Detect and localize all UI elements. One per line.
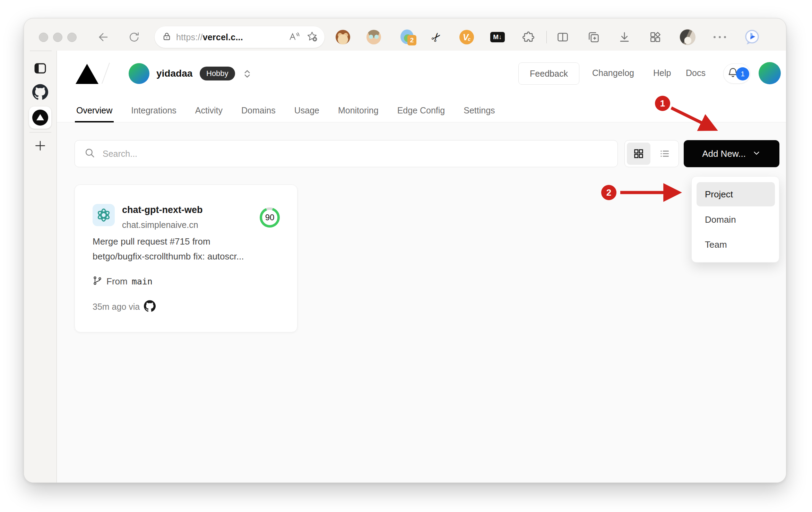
dashboard-header: yidadaa Hobby Feedback Changelog Help Do… xyxy=(57,51,786,122)
browser-sidebar xyxy=(24,51,57,483)
branch-row: From main xyxy=(93,276,153,287)
browser-window: https://vercel.c... 2 ✂ xyxy=(24,18,786,483)
dropdown-item-domain[interactable]: Domain xyxy=(697,211,775,228)
github-pinned-site-icon[interactable] xyxy=(32,84,49,100)
refresh-icon[interactable] xyxy=(126,29,142,45)
team-switcher-icon[interactable] xyxy=(242,69,252,80)
annotation-step-1: 1 xyxy=(655,96,670,111)
url-text: https://vercel.c... xyxy=(176,32,288,42)
scissors-extension-icon[interactable]: ✂ xyxy=(428,29,444,45)
lighthouse-score-value: 90 xyxy=(260,207,280,228)
grid-view-button[interactable] xyxy=(627,143,650,165)
team-avatar[interactable] xyxy=(129,63,149,84)
search-icon xyxy=(84,147,96,160)
split-screen-icon[interactable] xyxy=(554,29,571,45)
tab-domains[interactable]: Domains xyxy=(241,99,276,122)
monkey-extension-icon[interactable] xyxy=(335,29,351,45)
deploy-meta-row: 35m ago via xyxy=(93,300,156,313)
bing-chat-icon[interactable] xyxy=(744,29,760,45)
dashboard-tabs: Overview Integrations Activity Domains U… xyxy=(76,99,495,122)
sidebar-divider-mid xyxy=(29,132,51,133)
list-view-button[interactable] xyxy=(653,143,676,165)
dropdown-item-project[interactable]: Project xyxy=(697,182,775,206)
screenshot-canvas: https://vercel.c... 2 ✂ xyxy=(0,0,812,512)
search-input[interactable] xyxy=(103,149,608,159)
add-favorite-icon[interactable] xyxy=(306,31,318,43)
collections-icon[interactable] xyxy=(585,29,602,45)
tab-activity[interactable]: Activity xyxy=(195,99,223,122)
view-toggle xyxy=(624,140,679,167)
markdown-extension-icon[interactable]: M↓ xyxy=(489,29,506,45)
projects-section: Add New... Project Domain Team chat-gpt-… xyxy=(57,122,786,483)
chevron-down-icon xyxy=(752,148,761,159)
vercel-dashboard: yidadaa Hobby Feedback Changelog Help Do… xyxy=(57,51,786,483)
new-tab-plus-icon[interactable] xyxy=(32,137,49,154)
more-menu-icon[interactable] xyxy=(711,29,728,45)
tab-usage[interactable]: Usage xyxy=(294,99,319,122)
tab-edge-config[interactable]: Edge Config xyxy=(397,99,445,122)
workspaces-icon[interactable] xyxy=(647,29,664,45)
user-avatar[interactable] xyxy=(759,62,781,84)
openai-project-icon xyxy=(93,204,115,226)
team-name[interactable]: yidadaa xyxy=(156,68,192,79)
minimize-window-button[interactable] xyxy=(53,33,62,42)
branch-name: main xyxy=(132,276,153,287)
commit-message: Merge pull request #715 from betgo/bugfi… xyxy=(93,234,287,264)
project-card[interactable]: chat-gpt-next-web chat.simplenaive.cn 90… xyxy=(75,185,297,332)
close-window-button[interactable] xyxy=(39,33,48,42)
add-new-dropdown: Project Domain Team xyxy=(691,176,779,263)
changelog-link[interactable]: Changelog xyxy=(592,68,634,78)
docs-link[interactable]: Docs xyxy=(686,68,706,78)
project-domain[interactable]: chat.simplenaive.cn xyxy=(122,220,198,230)
toolbar-divider xyxy=(546,31,547,43)
translate-extension-icon[interactable]: 2 xyxy=(400,29,416,45)
vercel-pinned-site-tile[interactable] xyxy=(29,106,51,129)
annotation-step-2: 2 xyxy=(601,185,616,200)
tab-settings[interactable]: Settings xyxy=(464,99,495,122)
plan-badge: Hobby xyxy=(200,67,235,80)
search-bar[interactable] xyxy=(75,140,618,167)
vercel-logo[interactable] xyxy=(76,64,98,84)
notifications-button[interactable]: 1 xyxy=(723,63,750,84)
sidebar-divider-top xyxy=(30,51,52,51)
lock-icon xyxy=(162,31,172,43)
address-bar[interactable]: https://vercel.c... xyxy=(155,26,325,48)
lighthouse-score-ring: 90 xyxy=(260,207,280,228)
back-icon[interactable] xyxy=(95,29,112,45)
help-link[interactable]: Help xyxy=(653,68,671,78)
profile-avatar[interactable] xyxy=(679,29,696,45)
browser-toolbar: https://vercel.c... 2 ✂ xyxy=(24,18,786,51)
notification-count-badge: 1 xyxy=(736,67,749,80)
github-icon xyxy=(144,300,156,313)
dropdown-item-team[interactable]: Team xyxy=(697,236,775,253)
extensions-puzzle-icon[interactable] xyxy=(520,29,537,45)
sidebar-toggle-icon[interactable] xyxy=(32,60,49,77)
breadcrumb-slash xyxy=(102,63,110,84)
tab-monitoring[interactable]: Monitoring xyxy=(338,99,379,122)
add-new-button[interactable]: Add New... xyxy=(684,140,779,167)
maximize-window-button[interactable] xyxy=(67,33,77,42)
vercel-app-icon xyxy=(32,110,48,126)
git-branch-icon xyxy=(93,276,102,287)
v-extension-icon[interactable]: Vc xyxy=(458,29,475,45)
face-extension-icon[interactable] xyxy=(365,29,382,45)
project-name[interactable]: chat-gpt-next-web xyxy=(122,205,203,215)
read-aloud-icon[interactable] xyxy=(288,31,300,43)
tab-overview[interactable]: Overview xyxy=(76,99,112,122)
feedback-button[interactable]: Feedback xyxy=(518,62,579,85)
downloads-icon[interactable] xyxy=(616,29,633,45)
tab-integrations[interactable]: Integrations xyxy=(131,99,176,122)
translate-badge: 2 xyxy=(407,35,416,45)
